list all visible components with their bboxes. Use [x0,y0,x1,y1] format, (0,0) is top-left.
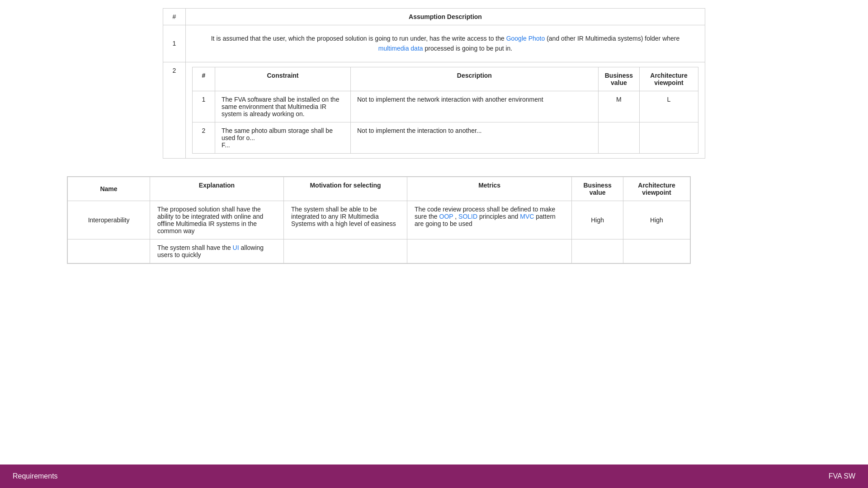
constraint-row-1: 1 The FVA software shall be installed on… [193,91,698,122]
constraint-col-constraint: Constraint [215,67,351,91]
constraint-col-av: Architecture viewpoint [640,67,698,91]
assumption-row1-text1: It is assumed that the user, which the p… [211,35,505,42]
assumption-row2-num: 2 [163,62,186,158]
main-content: # Assumption Description 1 It is assumed… [0,0,868,465]
qa-row1-av: High [623,201,690,239]
assumption-row1-text3: (and other IR Multimedia systems) folder… [547,35,679,42]
qa-table-wrapper: Name Explanation Motivation for selectin… [67,176,691,264]
constraint-row2-bv [598,122,639,153]
qa-col-name: Name [68,177,150,201]
qa-row1-metrics-text3: principles and [479,213,520,220]
footer-right: FVA SW [829,472,855,480]
qa-col-av: Architecture viewpoint [623,177,690,201]
constraint-row-2: 2 The same photo album storage shall be … [193,122,698,153]
qa-row1-metrics: The code review process shall be defined… [407,201,572,239]
assumption-row-2: 2 # Constraint Description Business valu… [163,62,705,158]
assumption-row1-num: 1 [163,25,186,62]
qa-row1-explanation: The proposed solution shall have the abi… [150,201,284,239]
constraint-table: # Constraint Description Business value … [192,67,698,154]
assumption-col-num: # [163,9,186,25]
assumption-row-1: 1 It is assumed that the user, which the… [163,25,705,62]
constraint-row1-num: 1 [193,91,215,122]
qa-row2-motivation [283,239,407,263]
qa-col-explanation: Explanation [150,177,284,201]
footer: Requirements FVA SW [0,465,868,488]
mvc-link[interactable]: MVC [520,213,534,220]
constraint-row2-num: 2 [193,122,215,153]
constraint-row2-description: Not to implement the interaction to anot… [351,122,599,153]
constraint-col-num: # [193,67,215,91]
qa-table: Name Explanation Motivation for selectin… [67,177,690,263]
qa-col-motivation: Motivation for selecting [283,177,407,201]
solid-link[interactable]: SOLID [458,213,477,220]
assumption-row2-cell: # Constraint Description Business value … [186,62,705,158]
oop-link[interactable]: OOP [439,213,453,220]
constraint-col-bv: Business value [598,67,639,91]
qa-row2-av [623,239,690,263]
qa-row2-metrics [407,239,572,263]
footer-left: Requirements [13,472,58,480]
qa-row2-explanation: The system shall have the UI allowing us… [150,239,284,263]
multimedia-data-link[interactable]: multimedia data [378,45,423,52]
constraint-row2-constraint: The same photo album storage shall be us… [215,122,351,153]
assumption-row1-cell: It is assumed that the user, which the p… [186,25,705,62]
qa-row2-bv [572,239,623,263]
constraint-row1-constraint: The FVA software shall be installed on t… [215,91,351,122]
constraint-row1-description: Not to implement the network interaction… [351,91,599,122]
qa-row2-explanation-text1: The system shall have the [157,244,233,251]
qa-row-interoperability: Interoperability The proposed solution s… [68,201,690,239]
qa-col-bv: Business value [572,177,623,201]
constraint-row2-av [640,122,698,153]
assumption-table: # Assumption Description 1 It is assumed… [163,8,705,159]
qa-col-metrics: Metrics [407,177,572,201]
qa-row1-name: Interoperability [68,201,150,239]
constraint-col-description: Description [351,67,599,91]
constraint-row1-av: L [640,91,698,122]
qa-row1-metrics-text2: , [455,213,458,220]
qa-row2-name [68,239,150,263]
qa-row-2: The system shall have the UI allowing us… [68,239,690,263]
assumption-col-header: Assumption Description [186,9,705,25]
ui-link[interactable]: UI [233,244,239,251]
assumption-row1-text5: processed is going to be put in. [425,45,512,52]
google-photo-link[interactable]: Google Photo [506,35,545,42]
constraint-row1-bv: M [598,91,639,122]
qa-row1-bv: High [572,201,623,239]
qa-row1-motivation: The system shall be able to be integrate… [283,201,407,239]
